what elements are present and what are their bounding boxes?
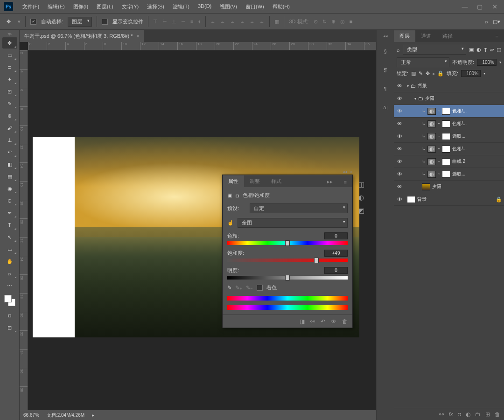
layer-row[interactable]: 👁↳◐𝄐选取... [394, 130, 504, 143]
visibility-icon[interactable]: 👁 [396, 196, 403, 202]
edit-toolbar[interactable]: ⋯ [2, 280, 17, 291]
visibility-icon[interactable]: 👁 [331, 318, 336, 325]
reset-icon[interactable]: ↶ [321, 318, 325, 325]
styles-dock-icon[interactable]: ◩ [358, 207, 364, 214]
lock-pixels-icon[interactable]: ✎ [419, 70, 423, 77]
menu-type[interactable]: 文字(Y) [118, 1, 143, 12]
autoselect-checkbox[interactable]: ✓ [30, 19, 36, 25]
lasso-tool[interactable]: ⊃ [2, 62, 17, 73]
visibility-icon[interactable]: 👁 [396, 83, 403, 89]
stamp-tool[interactable]: ⊥ [2, 134, 17, 146]
workspace-icon[interactable]: ▢▾ [493, 19, 500, 25]
filter-shape-icon[interactable]: ▱ [490, 47, 494, 53]
layer-name[interactable]: 色相/... [452, 120, 502, 127]
adjustments-dock-icon[interactable]: ◫ [358, 181, 364, 188]
layer-name[interactable]: 背景 [417, 196, 494, 203]
range-dropdown[interactable]: 全图 [238, 218, 348, 228]
tab-paths[interactable]: 路径 [437, 30, 458, 42]
visibility-icon[interactable]: 👁 [396, 184, 403, 189]
crop-tool[interactable]: ⊡ [2, 86, 17, 97]
visibility-icon[interactable]: 👁 [396, 133, 403, 139]
layer-row[interactable]: 👁↳◐𝄐选取... [394, 168, 504, 181]
tab-channels[interactable]: 通道 [415, 30, 437, 42]
panel-menu-icon[interactable]: ≡ [338, 177, 352, 187]
menu-image[interactable]: 图像(I) [70, 1, 92, 12]
tab-adjustments[interactable]: 调整 [244, 175, 266, 187]
layer-name[interactable]: 背景 [418, 83, 502, 89]
collapse-icon[interactable]: ▸▸ [322, 176, 338, 187]
layer-row[interactable]: 👁▾🗀背景 [394, 80, 504, 92]
glyphs-panel-icon[interactable]: A| [380, 102, 391, 113]
hue-slider[interactable] [227, 241, 348, 245]
blend-mode-dropdown[interactable]: 正常 [397, 57, 449, 67]
marquee-tool[interactable]: ▭ [2, 49, 17, 61]
menu-filter[interactable]: 滤镜(T) [169, 1, 193, 12]
finger-icon[interactable]: ☝ [227, 220, 234, 226]
align-icon[interactable]: ⊥ [172, 19, 176, 25]
layer-row[interactable]: 👁▾🗀夕阳 [394, 92, 504, 105]
minimize-button[interactable]: — [459, 2, 470, 11]
history-brush-tool[interactable]: ↶ [2, 147, 17, 158]
align-icon[interactable]: ⫞ [198, 19, 201, 24]
distribute-icon[interactable]: ⫠ [220, 19, 225, 24]
visibility-icon[interactable]: 👁 [396, 108, 403, 114]
visibility-icon[interactable]: 👁 [396, 171, 403, 177]
lock-transparent-icon[interactable]: ▨ [411, 70, 416, 77]
align-icon[interactable]: ⊢ [162, 19, 167, 25]
lock-artboard-icon[interactable]: ▫ [433, 71, 434, 77]
mask-dock-icon[interactable]: ◐ [358, 194, 364, 201]
menu-window[interactable]: 窗口(W) [242, 1, 268, 12]
lightness-value[interactable]: 0 [324, 267, 348, 274]
layer-row[interactable]: 👁↳◐𝄐色相/... [394, 118, 504, 130]
chevron-down-icon[interactable]: ▾ [407, 84, 409, 88]
distribute-icon[interactable]: ⫠ [259, 19, 265, 24]
filter-smart-icon[interactable]: ◫ [497, 47, 501, 53]
paragraph-panel-icon[interactable]: ¶ [380, 83, 391, 94]
layer-name[interactable]: 选取... [452, 171, 502, 177]
arrange-icon[interactable]: ▦ [274, 19, 279, 25]
filter-pixel-icon[interactable]: ▣ [469, 47, 474, 53]
preset-dropdown[interactable]: 自定 [250, 203, 348, 213]
link-icon[interactable]: ⚯ [310, 318, 315, 325]
quickmask-tool[interactable]: ◘ [2, 310, 17, 321]
zoom-level[interactable]: 66.67% [23, 413, 39, 418]
fx-icon[interactable]: fx [448, 411, 453, 418]
close-button[interactable]: ✕ [489, 2, 500, 11]
layer-row[interactable]: 👁↳◐𝄐曲线 2 [394, 155, 504, 168]
transform-checkbox[interactable] [102, 19, 108, 25]
distribute-icon[interactable]: ⫠ [230, 19, 235, 24]
tab-close-icon[interactable]: × [136, 34, 139, 39]
search-icon[interactable]: ⌕ [485, 19, 488, 24]
screenmode-tool[interactable]: ⊡ [2, 322, 17, 333]
3d-icon[interactable]: ⊙ [314, 19, 318, 25]
link-layers-icon[interactable]: ⚯ [439, 411, 444, 418]
menu-help[interactable]: 帮助(H) [269, 1, 294, 12]
collapse-dock-icon[interactable]: ◂◂ [343, 169, 347, 174]
fill-input[interactable]: 100% [461, 70, 481, 77]
colorize-checkbox[interactable] [257, 285, 263, 291]
lock-position-icon[interactable]: ✥ [426, 70, 430, 77]
wand-tool[interactable]: ✦ [2, 74, 17, 85]
eraser-tool[interactable]: ◧ [2, 159, 17, 170]
eyedropper-minus-icon[interactable]: ✎₋ [246, 285, 253, 291]
panel-menu-icon[interactable]: ≡ [490, 32, 504, 42]
path-tool[interactable]: ↖ [2, 231, 17, 243]
hue-value[interactable]: 0 [324, 232, 348, 239]
gradient-tool[interactable]: ▤ [2, 171, 17, 182]
menu-layer[interactable]: 图层(L) [93, 1, 117, 12]
menu-select[interactable]: 选择(S) [143, 1, 168, 12]
filter-adjust-icon[interactable]: ◐ [476, 47, 481, 53]
trash-icon[interactable]: 🗑 [342, 318, 348, 325]
close-dock-icon[interactable]: × [350, 169, 352, 174]
dodge-tool[interactable]: ⊙ [2, 195, 17, 206]
saturation-slider[interactable] [227, 259, 348, 262]
character-panel-icon[interactable]: ❡ [380, 64, 391, 76]
chevron-down-icon[interactable]: ▾ [414, 97, 416, 101]
menu-view[interactable]: 视图(V) [216, 1, 241, 12]
folder-icon[interactable]: 🗀 [475, 411, 481, 418]
align-icon[interactable]: ⊣ [181, 19, 186, 25]
new-layer-icon[interactable]: ⊞ [485, 411, 490, 418]
layer-row[interactable]: 👁夕阳 [394, 181, 504, 193]
chevron-right-icon[interactable]: ▸ [92, 413, 94, 418]
document-tab[interactable]: 牛肉干.psd @ 66.7% (色相/饱和度 3, RGB/8#) * × [20, 30, 144, 42]
